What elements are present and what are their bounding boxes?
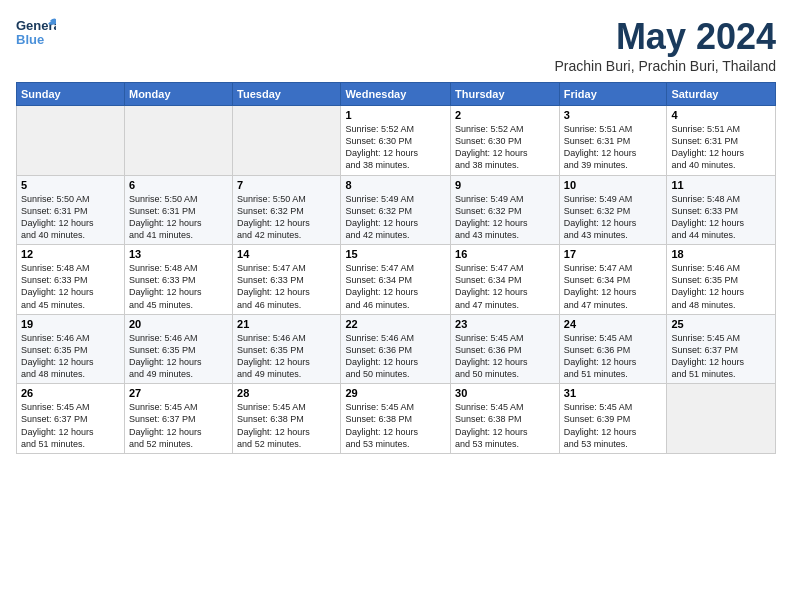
day-info: Sunrise: 5:45 AM Sunset: 6:37 PM Dayligh… (129, 401, 228, 450)
day-info: Sunrise: 5:49 AM Sunset: 6:32 PM Dayligh… (564, 193, 663, 242)
day-info: Sunrise: 5:48 AM Sunset: 6:33 PM Dayligh… (21, 262, 120, 311)
calendar-header-cell: Wednesday (341, 83, 451, 106)
day-number: 21 (237, 318, 336, 330)
calendar-header-row: SundayMondayTuesdayWednesdayThursdayFrid… (17, 83, 776, 106)
calendar-cell: 9Sunrise: 5:49 AM Sunset: 6:32 PM Daylig… (451, 175, 560, 245)
calendar-cell: 18Sunrise: 5:46 AM Sunset: 6:35 PM Dayli… (667, 245, 776, 315)
day-info: Sunrise: 5:45 AM Sunset: 6:38 PM Dayligh… (455, 401, 555, 450)
day-number: 15 (345, 248, 446, 260)
day-info: Sunrise: 5:46 AM Sunset: 6:35 PM Dayligh… (237, 332, 336, 381)
day-number: 12 (21, 248, 120, 260)
day-number: 7 (237, 179, 336, 191)
day-number: 26 (21, 387, 120, 399)
calendar-cell: 1Sunrise: 5:52 AM Sunset: 6:30 PM Daylig… (341, 106, 451, 176)
day-info: Sunrise: 5:51 AM Sunset: 6:31 PM Dayligh… (564, 123, 663, 172)
calendar-header-cell: Sunday (17, 83, 125, 106)
calendar-week-row: 1Sunrise: 5:52 AM Sunset: 6:30 PM Daylig… (17, 106, 776, 176)
day-number: 16 (455, 248, 555, 260)
day-info: Sunrise: 5:50 AM Sunset: 6:31 PM Dayligh… (129, 193, 228, 242)
day-number: 30 (455, 387, 555, 399)
calendar-cell: 26Sunrise: 5:45 AM Sunset: 6:37 PM Dayli… (17, 384, 125, 454)
calendar-cell: 22Sunrise: 5:46 AM Sunset: 6:36 PM Dayli… (341, 314, 451, 384)
calendar-cell: 6Sunrise: 5:50 AM Sunset: 6:31 PM Daylig… (124, 175, 232, 245)
svg-text:General: General (16, 18, 56, 33)
calendar-cell: 12Sunrise: 5:48 AM Sunset: 6:33 PM Dayli… (17, 245, 125, 315)
day-number: 3 (564, 109, 663, 121)
day-info: Sunrise: 5:50 AM Sunset: 6:32 PM Dayligh… (237, 193, 336, 242)
day-number: 11 (671, 179, 771, 191)
calendar-cell: 7Sunrise: 5:50 AM Sunset: 6:32 PM Daylig… (233, 175, 341, 245)
day-info: Sunrise: 5:47 AM Sunset: 6:34 PM Dayligh… (345, 262, 446, 311)
calendar-cell: 16Sunrise: 5:47 AM Sunset: 6:34 PM Dayli… (451, 245, 560, 315)
calendar-cell: 20Sunrise: 5:46 AM Sunset: 6:35 PM Dayli… (124, 314, 232, 384)
day-info: Sunrise: 5:51 AM Sunset: 6:31 PM Dayligh… (671, 123, 771, 172)
calendar-cell (667, 384, 776, 454)
day-info: Sunrise: 5:45 AM Sunset: 6:36 PM Dayligh… (455, 332, 555, 381)
day-number: 4 (671, 109, 771, 121)
day-number: 13 (129, 248, 228, 260)
day-number: 29 (345, 387, 446, 399)
day-info: Sunrise: 5:49 AM Sunset: 6:32 PM Dayligh… (455, 193, 555, 242)
calendar-cell (17, 106, 125, 176)
day-info: Sunrise: 5:46 AM Sunset: 6:35 PM Dayligh… (671, 262, 771, 311)
calendar-cell: 24Sunrise: 5:45 AM Sunset: 6:36 PM Dayli… (559, 314, 667, 384)
calendar-cell: 19Sunrise: 5:46 AM Sunset: 6:35 PM Dayli… (17, 314, 125, 384)
day-number: 9 (455, 179, 555, 191)
day-info: Sunrise: 5:49 AM Sunset: 6:32 PM Dayligh… (345, 193, 446, 242)
calendar-header-cell: Monday (124, 83, 232, 106)
day-number: 2 (455, 109, 555, 121)
day-number: 31 (564, 387, 663, 399)
day-info: Sunrise: 5:46 AM Sunset: 6:35 PM Dayligh… (129, 332, 228, 381)
calendar-cell: 15Sunrise: 5:47 AM Sunset: 6:34 PM Dayli… (341, 245, 451, 315)
day-info: Sunrise: 5:45 AM Sunset: 6:36 PM Dayligh… (564, 332, 663, 381)
day-info: Sunrise: 5:52 AM Sunset: 6:30 PM Dayligh… (345, 123, 446, 172)
calendar-header-cell: Friday (559, 83, 667, 106)
calendar-cell: 4Sunrise: 5:51 AM Sunset: 6:31 PM Daylig… (667, 106, 776, 176)
day-number: 17 (564, 248, 663, 260)
day-info: Sunrise: 5:46 AM Sunset: 6:35 PM Dayligh… (21, 332, 120, 381)
location-title: Prachin Buri, Prachin Buri, Thailand (554, 58, 776, 74)
calendar-body: 1Sunrise: 5:52 AM Sunset: 6:30 PM Daylig… (17, 106, 776, 454)
day-info: Sunrise: 5:45 AM Sunset: 6:37 PM Dayligh… (21, 401, 120, 450)
logo: General Blue (16, 16, 56, 52)
calendar-header-cell: Tuesday (233, 83, 341, 106)
day-info: Sunrise: 5:50 AM Sunset: 6:31 PM Dayligh… (21, 193, 120, 242)
calendar-week-row: 19Sunrise: 5:46 AM Sunset: 6:35 PM Dayli… (17, 314, 776, 384)
day-info: Sunrise: 5:52 AM Sunset: 6:30 PM Dayligh… (455, 123, 555, 172)
day-number: 19 (21, 318, 120, 330)
day-number: 24 (564, 318, 663, 330)
day-info: Sunrise: 5:48 AM Sunset: 6:33 PM Dayligh… (671, 193, 771, 242)
day-info: Sunrise: 5:45 AM Sunset: 6:37 PM Dayligh… (671, 332, 771, 381)
day-info: Sunrise: 5:48 AM Sunset: 6:33 PM Dayligh… (129, 262, 228, 311)
day-number: 1 (345, 109, 446, 121)
calendar-cell: 30Sunrise: 5:45 AM Sunset: 6:38 PM Dayli… (451, 384, 560, 454)
title-area: May 2024 Prachin Buri, Prachin Buri, Tha… (554, 16, 776, 74)
svg-text:Blue: Blue (16, 32, 44, 47)
calendar-cell: 13Sunrise: 5:48 AM Sunset: 6:33 PM Dayli… (124, 245, 232, 315)
day-info: Sunrise: 5:45 AM Sunset: 6:38 PM Dayligh… (345, 401, 446, 450)
calendar-header-cell: Thursday (451, 83, 560, 106)
calendar-cell: 2Sunrise: 5:52 AM Sunset: 6:30 PM Daylig… (451, 106, 560, 176)
day-number: 27 (129, 387, 228, 399)
day-info: Sunrise: 5:46 AM Sunset: 6:36 PM Dayligh… (345, 332, 446, 381)
day-number: 20 (129, 318, 228, 330)
day-number: 25 (671, 318, 771, 330)
day-number: 10 (564, 179, 663, 191)
calendar-table: SundayMondayTuesdayWednesdayThursdayFrid… (16, 82, 776, 454)
calendar-cell: 5Sunrise: 5:50 AM Sunset: 6:31 PM Daylig… (17, 175, 125, 245)
day-info: Sunrise: 5:45 AM Sunset: 6:38 PM Dayligh… (237, 401, 336, 450)
month-title: May 2024 (554, 16, 776, 58)
day-info: Sunrise: 5:47 AM Sunset: 6:33 PM Dayligh… (237, 262, 336, 311)
day-info: Sunrise: 5:47 AM Sunset: 6:34 PM Dayligh… (455, 262, 555, 311)
calendar-header-cell: Saturday (667, 83, 776, 106)
calendar-cell: 25Sunrise: 5:45 AM Sunset: 6:37 PM Dayli… (667, 314, 776, 384)
calendar-cell (124, 106, 232, 176)
calendar-cell: 23Sunrise: 5:45 AM Sunset: 6:36 PM Dayli… (451, 314, 560, 384)
calendar-cell: 17Sunrise: 5:47 AM Sunset: 6:34 PM Dayli… (559, 245, 667, 315)
calendar-cell: 10Sunrise: 5:49 AM Sunset: 6:32 PM Dayli… (559, 175, 667, 245)
day-number: 14 (237, 248, 336, 260)
calendar-cell: 28Sunrise: 5:45 AM Sunset: 6:38 PM Dayli… (233, 384, 341, 454)
day-number: 23 (455, 318, 555, 330)
day-number: 28 (237, 387, 336, 399)
calendar-cell: 3Sunrise: 5:51 AM Sunset: 6:31 PM Daylig… (559, 106, 667, 176)
